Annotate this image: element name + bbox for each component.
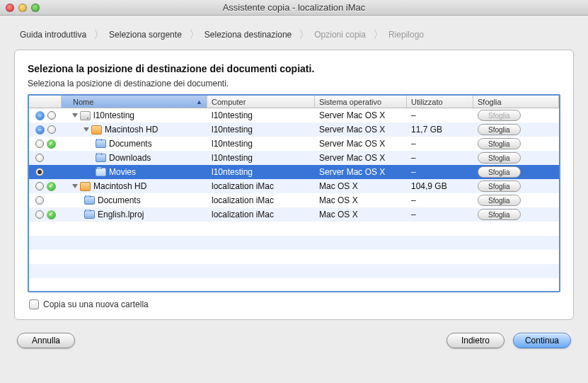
item-name: Macintosh HD xyxy=(105,125,158,135)
col-os[interactable]: Sistema operativo xyxy=(315,96,407,108)
item-computer: localization iMac xyxy=(207,195,315,205)
destination-table: Nome ▲ Computer Sistema operativo Utiliz… xyxy=(28,94,560,292)
table-row[interactable]: ✓ Macintosh HD localization iMac Mac OS … xyxy=(29,179,559,193)
col-select xyxy=(29,96,62,108)
item-used: – xyxy=(407,153,473,163)
col-name-label: Nome xyxy=(73,98,93,106)
folder-icon xyxy=(96,139,106,148)
item-os: Mac OS X xyxy=(315,181,407,191)
item-name: English.lproj xyxy=(98,210,144,219)
item-os: Server Mac OS X xyxy=(315,167,407,177)
col-browse[interactable]: Sfoglia xyxy=(473,96,559,108)
browse-button[interactable]: Sfoglia xyxy=(478,124,521,135)
table-row-empty xyxy=(29,222,559,236)
disclosure-triangle-icon[interactable] xyxy=(72,184,78,188)
item-used: 104,9 GB xyxy=(407,181,473,191)
select-radio[interactable] xyxy=(35,210,44,219)
folder-icon xyxy=(84,196,95,205)
item-computer: localization iMac xyxy=(207,181,315,191)
hard-drive-icon xyxy=(80,182,91,191)
table-row[interactable]: – Macintosh HD l10ntesting Server Mac OS… xyxy=(29,122,559,137)
select-radio[interactable] xyxy=(47,125,56,134)
browse-button: Sfoglia xyxy=(478,110,521,121)
table-body: – l10ntesting l10ntesting Server Mac OS … xyxy=(29,108,559,291)
folder-icon xyxy=(96,154,106,162)
col-computer[interactable]: Computer xyxy=(207,96,315,108)
item-used: – xyxy=(407,167,473,177)
table-row-empty xyxy=(29,250,559,264)
select-radio[interactable] xyxy=(35,168,44,176)
crumb-destination[interactable]: Seleziona destinazione xyxy=(202,25,297,44)
table-row[interactable]: Movies l10ntesting Server Mac OS X – Sfo… xyxy=(29,165,559,179)
table-row-empty xyxy=(29,236,559,250)
item-os: Server Mac OS X xyxy=(315,110,407,120)
window-titlebar: Assistente copia - localization iMac xyxy=(0,0,588,16)
browse-button[interactable]: Sfoglia xyxy=(478,138,521,149)
server-icon xyxy=(80,111,91,120)
chevron-right-icon: 〉 xyxy=(188,28,202,42)
item-name: Macintosh HD xyxy=(93,181,146,191)
table-row-empty xyxy=(29,278,559,291)
select-radio[interactable] xyxy=(35,154,44,162)
table-row[interactable]: ✓ English.lproj localization iMac Mac OS… xyxy=(29,207,559,222)
item-computer: localization iMac xyxy=(207,210,315,219)
browse-button[interactable]: Sfoglia xyxy=(478,166,521,178)
copy-new-folder-label: Copia su una nuova cartella xyxy=(43,299,149,309)
table-row[interactable]: ✓ Documents l10ntesting Server Mac OS X … xyxy=(29,137,559,151)
crumb-source[interactable]: Seleziona sorgente xyxy=(106,25,188,44)
browse-button[interactable]: Sfoglia xyxy=(478,152,521,164)
hard-drive-icon xyxy=(91,125,102,135)
crumb-intro[interactable]: Guida introduttiva xyxy=(17,25,92,44)
crumb-summary: Riepilogo xyxy=(386,25,430,44)
item-name: Downloads xyxy=(109,153,151,163)
disclosure-triangle-icon[interactable] xyxy=(83,127,89,132)
item-os: Mac OS X xyxy=(315,210,407,219)
chevron-right-icon: 〉 xyxy=(371,28,386,42)
destination-panel: Seleziona la posizione di destinazione d… xyxy=(14,50,574,320)
status-mixed-icon: – xyxy=(35,111,45,120)
table-row-empty xyxy=(29,264,559,278)
chevron-right-icon: 〉 xyxy=(297,28,311,42)
item-name: Documents xyxy=(109,139,152,149)
select-radio[interactable] xyxy=(47,111,56,120)
item-name: l10ntesting xyxy=(93,110,134,120)
item-name: Movies xyxy=(109,167,136,177)
col-name[interactable]: Nome ▲ xyxy=(62,96,207,108)
window-title: Assistente copia - localization iMac xyxy=(0,2,588,13)
status-ok-icon: ✓ xyxy=(47,182,56,191)
item-used: 11,7 GB xyxy=(407,125,473,135)
select-radio[interactable] xyxy=(35,196,44,205)
browse-button[interactable]: Sfoglia xyxy=(478,181,521,192)
item-os: Server Mac OS X xyxy=(315,153,407,163)
item-computer: l10ntesting xyxy=(207,110,315,120)
table-row[interactable]: Documents localization iMac Mac OS X – S… xyxy=(29,193,559,207)
cancel-button[interactable]: Annulla xyxy=(17,333,75,348)
button-bar: Annulla Indietro Continua xyxy=(14,333,574,348)
browse-button[interactable]: Sfoglia xyxy=(478,195,521,206)
continue-button[interactable]: Continua xyxy=(513,333,571,348)
status-ok-icon: ✓ xyxy=(47,210,56,219)
chevron-right-icon: 〉 xyxy=(92,28,106,42)
breadcrumb: Guida introduttiva 〉 Seleziona sorgente … xyxy=(14,25,574,44)
copy-new-folder-checkbox[interactable] xyxy=(29,299,39,309)
item-computer: l10ntesting xyxy=(207,125,315,135)
item-used: – xyxy=(407,210,473,219)
select-radio[interactable] xyxy=(35,182,44,190)
item-used: – xyxy=(407,195,473,205)
table-header: Nome ▲ Computer Sistema operativo Utiliz… xyxy=(29,96,559,108)
back-button[interactable]: Indietro xyxy=(446,333,505,348)
table-row[interactable]: – l10ntesting l10ntesting Server Mac OS … xyxy=(29,108,559,122)
item-computer: l10ntesting xyxy=(207,167,315,177)
item-os: Mac OS X xyxy=(315,195,407,205)
item-computer: l10ntesting xyxy=(207,153,315,163)
browse-button[interactable]: Sfoglia xyxy=(478,209,521,220)
sort-up-icon: ▲ xyxy=(196,98,202,105)
table-row[interactable]: Downloads l10ntesting Server Mac OS X – … xyxy=(29,151,559,165)
folder-icon xyxy=(84,210,95,219)
status-ok-icon: ✓ xyxy=(47,139,56,149)
col-used[interactable]: Utilizzato xyxy=(407,96,473,108)
disclosure-triangle-icon[interactable] xyxy=(72,113,78,118)
item-used: – xyxy=(407,139,473,149)
page-subtitle: Seleziona la posizione di destinazione d… xyxy=(28,79,560,88)
select-radio[interactable] xyxy=(35,139,44,148)
